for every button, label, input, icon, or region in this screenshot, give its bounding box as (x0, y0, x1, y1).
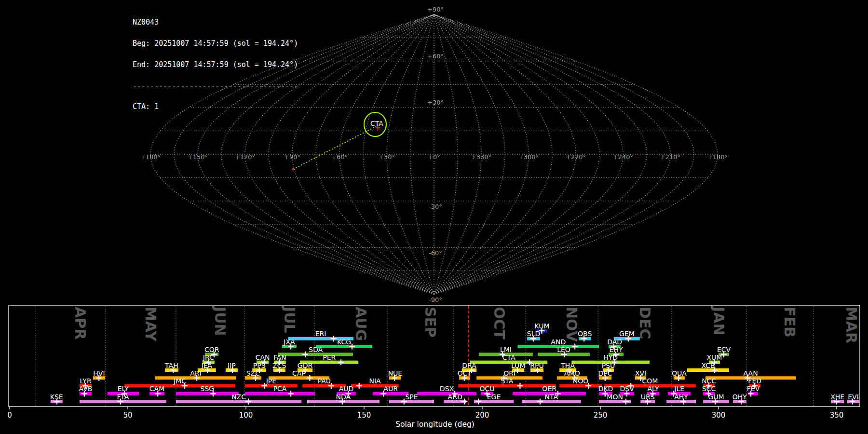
radiant-plot-screenshot: { "info": { "station_id": "NZ0043", "beg… (0, 0, 868, 434)
shower-QUA: QUA (672, 369, 687, 381)
station-id: NZ0043 (133, 19, 298, 26)
shower-label-SDA: SDA (309, 346, 323, 353)
longitude-label: +180° (140, 153, 161, 161)
longitude-label: +300° (518, 153, 539, 161)
longitude-label: +210° (660, 153, 680, 161)
cta-count-line: CTA: 1 (133, 103, 298, 110)
longitude-label: +60° (331, 153, 348, 161)
shower-label-AVB: AVB (79, 385, 93, 393)
shower-label-STA: STA (501, 377, 513, 385)
month-label: JUN (212, 306, 229, 336)
shower-label-CAN: CAN (256, 353, 270, 361)
shower-row-10: KSEFTANZCNDASPEARDEGENTAMONURSAHYGUMOHYX… (50, 393, 859, 405)
shower-label-AHY: AHY (674, 393, 688, 401)
shower-label-ERI: ERI (315, 330, 326, 338)
shower-XCB: XCB (687, 362, 729, 373)
radiant-drift-trail (293, 126, 376, 169)
shower-label-NZC: NZC (231, 393, 246, 401)
shower-label-KCG: KCG (337, 338, 351, 346)
shower-label-LMI: LMI (500, 346, 512, 353)
shower-label-RPU: RPU (530, 362, 543, 369)
shower-label-HYD: HYD (603, 353, 618, 361)
shower-DPC: DPC (598, 369, 612, 381)
shower-label-URS: URS (641, 393, 655, 401)
shower-label-COR: COR (204, 346, 219, 353)
shower-label-AUR: AUR (383, 385, 398, 393)
end-time-line: End: 20251007 14:57:59 (sol = 194.24°) (133, 61, 298, 68)
axis-tick-label: 100 (239, 411, 253, 420)
shower-label-ARD: ARD (448, 393, 462, 401)
divider-line: -------------------------------------- (133, 82, 298, 90)
latitude-label: -30° (429, 203, 442, 210)
shower-label-CAM: CAM (149, 385, 164, 393)
longitude-label: +90° (284, 153, 300, 161)
shower-label-SSG: SSG (201, 385, 215, 393)
shower-label-EGE: EGE (487, 393, 501, 401)
shower-JXA: JXA (282, 338, 297, 350)
radiant-map-and-timeline-plot: +180°+150°+120°+90°+60°+30°+0°+330°+300°… (0, 0, 868, 434)
longitude-label: +120° (235, 153, 255, 161)
shower-label-DSV: DSV (620, 385, 635, 393)
shower-label-FEV: FEV (747, 385, 760, 393)
shower-label-DKD: DKD (598, 385, 613, 393)
shower-label-SPE: SPE (405, 393, 418, 401)
shower-TAH: TAH (164, 362, 178, 373)
shower-label-DRA: DRA (462, 362, 476, 369)
shower-label-CTA: CTA (502, 353, 515, 361)
month-label: APR (72, 307, 89, 339)
shower-label-ALY: ALY (647, 385, 659, 393)
axis-tick-label: 350 (830, 411, 844, 420)
shower-SLD: SLD (527, 330, 540, 341)
shower-RPU: RPU (530, 362, 543, 373)
shower-label-GUM: GUM (708, 393, 724, 401)
shower-label-ORI: ORI (503, 369, 515, 377)
shower-label-DPC: DPC (598, 369, 612, 377)
shower-XHE: XHE (830, 393, 844, 405)
shower-EGE: EGE (474, 393, 514, 405)
month-label: FEB (781, 307, 798, 338)
shower-label-EVI: EVI (848, 393, 859, 401)
shower-FEV: FEV (747, 385, 760, 396)
shower-label-DSX: DSX (440, 385, 454, 393)
shower-SZC: SZC (245, 369, 261, 381)
shower-row-8: LYRJMCJPEPAUNIASTANOOCOMNCCFED (80, 377, 761, 389)
axis-tick-label: 50 (123, 411, 132, 420)
shower-label-JLE: JLE (674, 385, 684, 393)
x-axis: 050100150200250300350Solar longitude (de… (7, 407, 843, 429)
shower-label-DAD: DAD (607, 338, 622, 346)
shower-label-TAH: TAH (164, 362, 178, 369)
shower-label-LEO: LEO (557, 346, 570, 353)
latitude-label: -90° (429, 296, 442, 303)
shower-label-FED: FED (748, 377, 761, 385)
shower-label-OCU: OCU (480, 385, 495, 393)
shower-label-PAU: PAU (318, 377, 331, 385)
shower-label-XVI: XVI (635, 369, 646, 377)
month-label: OCT (491, 307, 508, 340)
shower-label-AAN: AAN (744, 369, 758, 377)
shower-label-NCC: NCC (702, 377, 716, 385)
shower-label-JIP: JIP (227, 362, 236, 369)
shower-label-CAP: CAP (292, 369, 306, 377)
shower-HVI: HVI (93, 369, 105, 381)
shower-label-PPS: PPS (253, 362, 266, 369)
shower-label-MON: MON (607, 393, 623, 401)
month-label: MAY (142, 307, 159, 342)
shower-label-SCC: SCC (702, 385, 716, 393)
month-label: MAR (843, 307, 860, 343)
shower-label-LYR: LYR (80, 377, 91, 385)
shower-label-XUM: XUM (706, 353, 722, 361)
shower-CAM: CAM (149, 385, 164, 396)
axis-tick-label: 0 (7, 411, 12, 420)
shower-label-PER: PER (323, 353, 336, 361)
trail-start-dot (292, 168, 295, 171)
shower-label-XCB: XCB (701, 362, 715, 369)
latitude-label: -60° (429, 249, 442, 257)
begin-time-line: Beg: 20251007 14:57:59 (sol = 194.24°) (133, 40, 298, 47)
shower-label-KSE: KSE (50, 393, 63, 401)
shower-label-LUM: LUM (511, 362, 525, 369)
shower-label-OER: OER (542, 385, 556, 393)
shower-label-OCT: OCT (458, 369, 472, 377)
latitude-label: +60° (427, 53, 444, 60)
shower-label-NDA: NDA (336, 393, 351, 401)
shower-label-JXA: JXA (283, 338, 295, 346)
